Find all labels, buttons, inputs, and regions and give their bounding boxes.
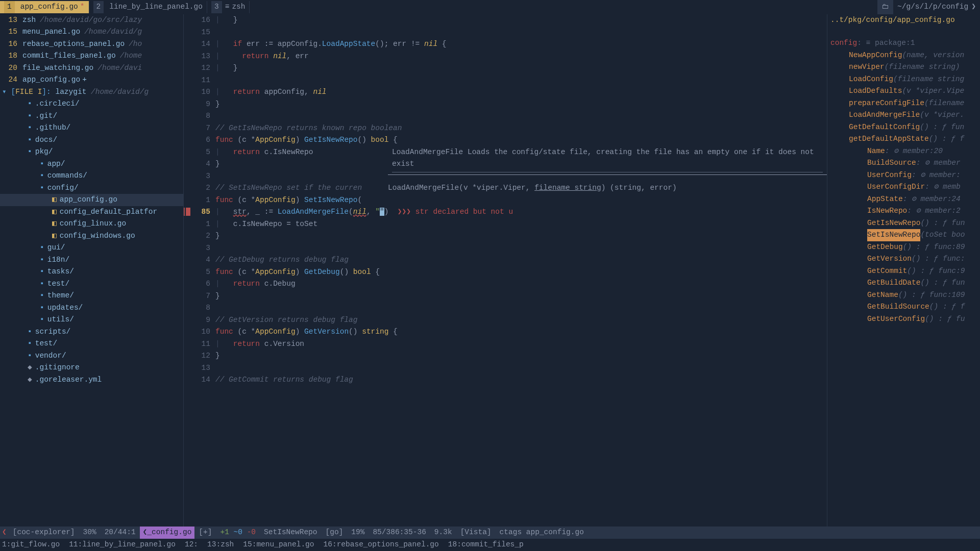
tree-folder[interactable]: ▪tasks/ (0, 266, 183, 278)
outline-item[interactable]: AppState : ⚙ member:24 (830, 193, 980, 205)
code-line[interactable]: } (215, 98, 827, 110)
code-line[interactable]: | if err := appConfig.LoadAppState(); er… (215, 38, 827, 50)
code-line[interactable]: | return c.Version (215, 338, 827, 350)
status-percent-right: 19% (347, 527, 369, 538)
outline-item[interactable]: GetDefaultConfig() : ƒ fun (830, 121, 980, 133)
code-line[interactable]: | return c.Debug (215, 278, 827, 290)
code-line[interactable]: } (215, 290, 827, 302)
status-size: 9.3k (430, 527, 456, 538)
line-number: 8 (184, 302, 210, 314)
tab[interactable]: 1app_config.go* (0, 1, 89, 13)
outline-item[interactable]: IsNewRepo : ⚙ member:2 (830, 205, 980, 217)
outline-item[interactable]: UserConfig : ⚙ member: (830, 169, 980, 181)
line-number: 9 (184, 314, 210, 326)
buffer-tab[interactable]: 11:line_by_line_panel.go (69, 539, 176, 550)
code-line[interactable]: func (c *AppConfig) GetIsNewRepo() bool … (215, 134, 827, 146)
buffer-tab[interactable]: 12: (185, 539, 198, 550)
code-line[interactable]: } (215, 230, 827, 242)
status-function: SetIsNewRepo (260, 527, 321, 538)
status-explorer: [coc-explorer] (9, 527, 79, 538)
tree-file[interactable]: ◧config_default_platfor (0, 206, 183, 218)
outline-item[interactable]: LoadDefaults(v *viper.Vipe (830, 85, 980, 97)
buffer-tab[interactable]: 1:git_flow.go (2, 539, 60, 550)
tree-folder[interactable]: ▪test/ (0, 338, 183, 349)
outline-item[interactable]: getDefaultAppState() : ƒ f (830, 133, 980, 145)
tree-folder[interactable]: ▪commands/ (0, 170, 183, 182)
tree-folder[interactable]: ▪test/ (0, 278, 183, 290)
tree-folder[interactable]: ▪app/ (0, 158, 183, 170)
tree-folder[interactable]: ▪updates/ (0, 302, 183, 314)
code-line[interactable]: // GetDebug returns debug flag (215, 254, 827, 266)
tree-file[interactable]: ◆.gitignore (0, 362, 183, 373)
line-number: 2 (184, 182, 210, 194)
code-line[interactable]: | c.IsNewRepo = toSet (215, 218, 827, 230)
outline-item[interactable]: newViper(filename string) (830, 61, 980, 73)
tree-folder[interactable]: ▪.github/ (0, 122, 183, 134)
outline-item[interactable]: LoadAndMergeFile(v *viper. (830, 109, 980, 121)
tree-folder[interactable]: ▪gui/ (0, 242, 183, 254)
tree-folder[interactable]: ▪docs/ (0, 134, 183, 146)
outline-item[interactable]: GetIsNewRepo() : ƒ fun (830, 217, 980, 229)
tab[interactable]: 2line_by_line_panel.go (89, 1, 207, 13)
outline-pane[interactable]: ..t/pkg/config/app_config.go config : ≡ … (827, 14, 980, 527)
code-line[interactable]: func (c *AppConfig) GetDebug() bool { (215, 266, 827, 278)
buffer-item[interactable]: 20file_watching.go/home/davi (0, 62, 183, 74)
buffer-item[interactable]: 24app_config.go+ (0, 74, 183, 86)
code-line[interactable]: | return appConfig, nil (215, 86, 827, 98)
buffer-item[interactable]: 18commit_files_panel.go/home (0, 50, 183, 62)
code-line[interactable]: | return nil, err (215, 51, 827, 62)
tree-file[interactable]: ◧config_windows.go (0, 230, 183, 242)
tab[interactable]: 3≡zsh (207, 1, 250, 13)
outline-item[interactable]: NewAppConfig(name, version (830, 49, 980, 61)
outline-item[interactable]: prepareConfigFile(filename (830, 97, 980, 109)
outline-item[interactable]: BuildSource : ⚙ member (830, 157, 980, 169)
outline-item[interactable]: GetBuildSource() : ƒ f (830, 301, 980, 313)
status-diff-del: -0 (247, 528, 256, 536)
tree-file[interactable]: ◧app_config.go (0, 194, 183, 206)
tree-file[interactable]: ◆.goreleaser.yml (0, 374, 183, 386)
buffer-item[interactable]: 16rebase_options_panel.go/ho (0, 38, 183, 50)
tree-folder[interactable]: ▪.circleci/ (0, 98, 183, 110)
folder-icon: ▪ (40, 314, 44, 325)
code-editor[interactable]: 1615141312111098765432185123456789101112… (184, 14, 827, 527)
buffer-tab[interactable]: 15:menu_panel.go (243, 539, 314, 550)
tree-folder[interactable]: ▪scripts/ (0, 326, 183, 338)
tree-folder[interactable]: ▪.git/ (0, 110, 183, 122)
buffer-item[interactable]: 15menu_panel.go/home/david/g (0, 26, 183, 38)
folder-icon: ▪ (40, 254, 44, 266)
tree-file[interactable]: ◧config_linux.go (0, 218, 183, 230)
code-line[interactable]: // GetCommit returns debug flag (215, 374, 827, 386)
outline-item[interactable]: GetDebug() : ƒ func:89 (830, 241, 980, 253)
code-line[interactable]: // GetVersion returns debug flag (215, 314, 827, 326)
code-line[interactable]: | } (215, 14, 827, 26)
outline-item[interactable]: SetIsNewRepo(toSet boo (830, 229, 980, 241)
buffer-item[interactable]: 13zsh/home/david/go/src/lazy (0, 14, 183, 26)
tree-folder[interactable]: ▪theme/ (0, 290, 183, 302)
tree-folder[interactable]: ▪i18n/ (0, 254, 183, 266)
explorer-pane[interactable]: 13zsh/home/david/go/src/lazy15menu_panel… (0, 14, 184, 527)
buffer-tab[interactable]: 13:zsh (207, 539, 234, 550)
outline-item[interactable]: Name : ⚙ member:20 (830, 145, 980, 157)
line-number: 10 (184, 326, 210, 338)
tree-folder[interactable]: ▪utils/ (0, 314, 183, 325)
outline-item[interactable]: GetBuildDate() : ƒ fun (830, 277, 980, 289)
outline-item[interactable]: GetName() : ƒ func:109 (830, 289, 980, 301)
code-line[interactable]: | str, _ := LoadAndMergeFile(nil, "") ❯❯… (215, 206, 827, 218)
code-line[interactable]: } (215, 350, 827, 362)
code-line[interactable]: func (c *AppConfig) SetIsNewRepo( (215, 194, 827, 206)
outline-item[interactable]: GetVersion() : ƒ func: (830, 253, 980, 265)
tree-folder[interactable]: ▪config/ (0, 182, 183, 194)
tree-folder[interactable]: ▪vendor/ (0, 350, 183, 362)
status-arrow-icon: ❮ (2, 527, 7, 538)
status-tags: ctags app_config.go (496, 527, 588, 538)
tree-folder[interactable]: ▪pkg/ (0, 146, 183, 158)
outline-item[interactable]: LoadConfig(filename string (830, 73, 980, 85)
buffer-tab[interactable]: 18:commit_files_p (448, 539, 524, 550)
code-line[interactable]: func (c *AppConfig) GetVersion() string … (215, 326, 827, 338)
outline-item[interactable]: GetCommit() : ƒ func:9 (830, 265, 980, 277)
code-line[interactable]: | } (215, 62, 827, 74)
outline-item[interactable]: GetUserConfig() : ƒ fu (830, 313, 980, 325)
buffer-tab[interactable]: 16:rebase_options_panel.go (324, 539, 439, 550)
outline-item[interactable]: UserConfigDir : ⚙ memb (830, 181, 980, 193)
code-line[interactable]: // GetIsNewRepo returns known repo boole… (215, 122, 827, 134)
